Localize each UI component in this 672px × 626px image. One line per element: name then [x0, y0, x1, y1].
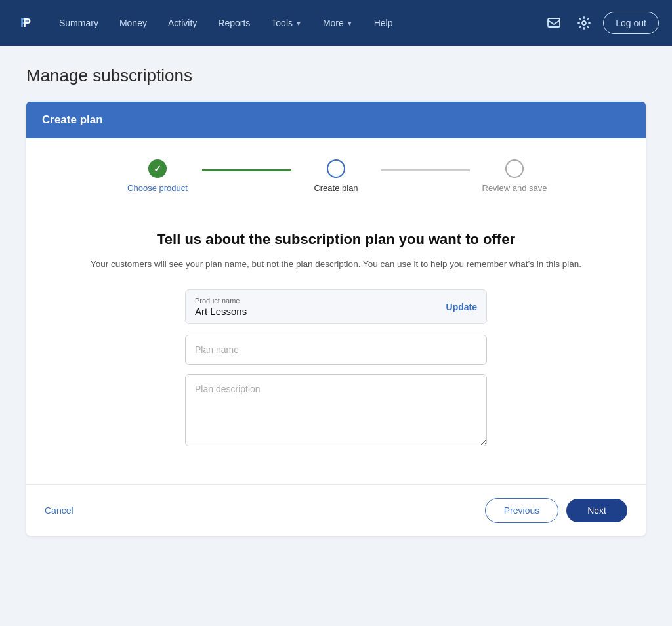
form-section: Tell us about the subscription plan you …	[26, 209, 646, 484]
svg-text:P: P	[23, 16, 31, 30]
tools-chevron-icon: ▼	[295, 20, 302, 27]
card-header-title: Create plan	[42, 114, 103, 126]
step-line-2	[381, 169, 470, 171]
nav-menu: Summary Money Activity Reports Tools ▼ M…	[50, 12, 543, 33]
svg-point-4	[582, 21, 586, 25]
form-title: Tell us about the subscription plan you …	[66, 230, 606, 250]
step-line-1	[202, 169, 291, 171]
page-wrapper: Manage subscriptions Create plan ✓ Choos…	[0, 46, 672, 556]
plan-description-field[interactable]	[185, 374, 487, 449]
more-chevron-icon: ▼	[346, 20, 353, 27]
step-label-2: Create plan	[314, 183, 358, 193]
page-title: Manage subscriptions	[26, 66, 646, 86]
stepper: ✓ Choose product Create plan	[113, 159, 559, 193]
messages-button[interactable]	[543, 12, 565, 34]
step-circle-1: ✓	[148, 159, 167, 178]
step-circle-3	[505, 159, 524, 178]
nav-help[interactable]: Help	[365, 12, 402, 33]
card-header: Create plan	[26, 102, 646, 138]
navbar: P P Summary Money Activity Reports Tools…	[0, 0, 672, 46]
logout-button[interactable]: Log out	[603, 12, 659, 34]
plan-name-input[interactable]	[185, 335, 487, 365]
svg-rect-3	[548, 18, 560, 27]
footer-right: Previous Next	[485, 498, 627, 523]
plan-name-field[interactable]	[185, 335, 487, 365]
product-field: Product name Art Lessons Update	[185, 289, 487, 324]
update-button[interactable]: Update	[446, 302, 477, 312]
form-subtitle: Your customers will see your plan name, …	[66, 258, 606, 271]
product-field-value: Art Lessons	[195, 306, 247, 317]
step-label-1: Choose product	[127, 183, 188, 193]
plan-description-input[interactable]	[185, 374, 487, 446]
nav-tools[interactable]: Tools ▼	[262, 12, 311, 33]
nav-money[interactable]: Money	[110, 12, 156, 33]
step-create-plan: Create plan	[291, 159, 381, 193]
next-button[interactable]: Next	[566, 499, 627, 522]
step-review-save: Review and save	[470, 159, 559, 193]
product-field-label: Product name	[195, 297, 247, 304]
navbar-actions: Log out	[543, 12, 659, 34]
settings-button[interactable]	[573, 12, 595, 34]
cancel-button[interactable]: Cancel	[45, 505, 74, 516]
step-label-3: Review and save	[482, 183, 547, 193]
nav-reports[interactable]: Reports	[209, 12, 259, 33]
checkmark-icon: ✓	[154, 163, 161, 174]
step-circle-2	[327, 159, 345, 178]
paypal-logo: P P	[13, 10, 39, 36]
previous-button[interactable]: Previous	[485, 498, 558, 523]
step-choose-product: ✓ Choose product	[113, 159, 202, 193]
nav-summary[interactable]: Summary	[50, 12, 108, 33]
nav-activity[interactable]: Activity	[159, 12, 206, 33]
stepper-container: ✓ Choose product Create plan	[26, 138, 646, 209]
create-plan-card: Create plan ✓ Choose product	[26, 102, 646, 536]
card-footer: Cancel Previous Next	[26, 484, 646, 536]
nav-more[interactable]: More ▼	[314, 12, 362, 33]
